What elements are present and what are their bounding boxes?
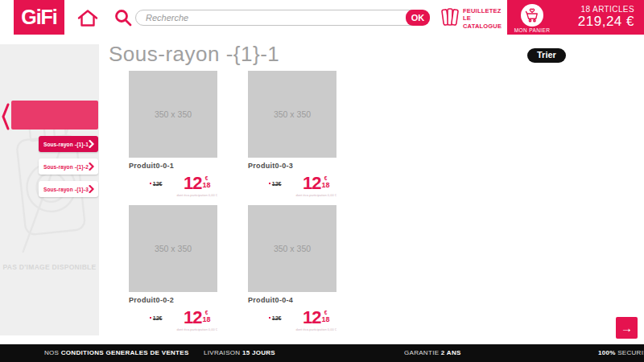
search-ok-button[interactable]: OK bbox=[406, 10, 430, 26]
price-caption: dont éco-participation 0,00 € bbox=[296, 327, 336, 331]
old-price: 12€ bbox=[150, 181, 163, 187]
product-card[interactable]: 350 x 350 Produit0-0-4 12€ 12 €18 dont é… bbox=[248, 205, 336, 331]
price-caption: dont éco-participation 0,00 € bbox=[177, 193, 217, 197]
sidebar-item-sous-rayon-3[interactable]: Sous-rayon -{1}-3 bbox=[39, 181, 98, 197]
product-card[interactable]: 350 x 350 Produit0-0-1 12€ 12 €18 dont é… bbox=[129, 71, 217, 197]
price: 12 €18 dont éco-participation 0,00 € bbox=[177, 176, 217, 197]
gifi-logo[interactable]: GiFi bbox=[14, 0, 64, 35]
no-image-label: PAS D'IMAGE DISPONIBLE bbox=[0, 263, 99, 271]
old-price: 12€ bbox=[150, 315, 163, 321]
header: GiFi OK FEUILLETEZ LE CATALOGUE bbox=[0, 0, 644, 36]
price-caption: dont éco-participation 0,00 € bbox=[296, 193, 336, 197]
price-row: 12€ 12 €18 dont éco-participation 0,00 € bbox=[248, 176, 336, 197]
price-caption: dont éco-participation 0,00 € bbox=[177, 327, 217, 331]
old-price: 12€ bbox=[269, 315, 282, 321]
size-label: 350 x 350 bbox=[274, 109, 311, 119]
search-icon[interactable] bbox=[114, 8, 133, 27]
product-name: Produit0-0-2 bbox=[129, 296, 217, 304]
price-row: 12€ 12 €18 dont éco-participation 0,00 € bbox=[129, 311, 217, 331]
size-label: 350 x 350 bbox=[274, 244, 311, 253]
product-card[interactable]: 350 x 350 Produit0-0-3 12€ 12 €18 dont é… bbox=[248, 71, 336, 197]
next-page-button[interactable]: → bbox=[616, 317, 638, 339]
footer-secure: 100% SECURISE bbox=[598, 344, 644, 362]
product-image-placeholder: 350 x 350 bbox=[248, 71, 336, 158]
cart-count: 18 ARTICLES bbox=[557, 5, 634, 14]
catalogue-link[interactable]: FEUILLETEZ LE CATALOGUE bbox=[440, 6, 502, 31]
old-price: 12€ bbox=[269, 181, 282, 187]
sort-button[interactable]: Trier bbox=[527, 48, 566, 63]
price: 12 €18 dont éco-participation 0,00 € bbox=[296, 311, 336, 331]
sidebar-item-label: Sous-rayon -{1}-2 bbox=[43, 164, 89, 170]
sidebar: Sous-rayon -{1}-1 Sous-rayon -{1}-2 Sous… bbox=[0, 44, 99, 335]
footer: NOS CONDITIONS GENERALES DE VENTES LIVRA… bbox=[0, 344, 644, 362]
footer-warranty: GARANTIE 2 ANS bbox=[404, 344, 461, 362]
product-name: Produit0-0-3 bbox=[248, 162, 336, 170]
product-name: Produit0-0-1 bbox=[129, 162, 217, 170]
category-banner[interactable] bbox=[11, 101, 98, 130]
cart-button[interactable]: MON PANIER 18 ARTICLES 219,24 € bbox=[507, 0, 644, 35]
size-label: 350 x 350 bbox=[155, 109, 192, 119]
price: 12 €18 dont éco-participation 0,00 € bbox=[177, 311, 217, 331]
footer-delivery: LIVRAISON 15 JOURS bbox=[204, 344, 275, 362]
sidebar-item-sous-rayon-1[interactable]: Sous-rayon -{1}-1 bbox=[39, 136, 98, 152]
sidebar-item-label: Sous-rayon -{1}-3 bbox=[43, 187, 89, 192]
chevron-right-icon bbox=[89, 185, 94, 193]
product-image-placeholder: 350 x 350 bbox=[129, 205, 217, 292]
size-label: 350 x 350 bbox=[155, 244, 192, 253]
page-title: Sous-rayon -{1}-1 bbox=[109, 42, 279, 67]
price: 12 €18 dont éco-participation 0,00 € bbox=[296, 176, 336, 197]
catalogue-label: FEUILLETEZ LE CATALOGUE bbox=[463, 7, 502, 30]
home-icon[interactable] bbox=[77, 9, 98, 27]
footer-link-cgv[interactable]: NOS CONDITIONS GENERALES DE VENTES bbox=[44, 344, 189, 362]
cart-label: MON PANIER bbox=[507, 27, 557, 33]
product-image-placeholder: 350 x 350 bbox=[248, 205, 336, 292]
back-chevron-icon[interactable] bbox=[1, 102, 10, 134]
chevron-right-icon bbox=[89, 140, 94, 148]
catalogue-icon bbox=[440, 6, 460, 31]
cart-total: 219,24 € bbox=[557, 14, 634, 30]
product-name: Produit0-0-4 bbox=[248, 296, 336, 304]
price-row: 12€ 12 €18 dont éco-participation 0,00 € bbox=[129, 176, 217, 197]
search-input[interactable] bbox=[135, 10, 429, 26]
price-row: 12€ 12 €18 dont éco-participation 0,00 € bbox=[248, 311, 336, 331]
product-card[interactable]: 350 x 350 Produit0-0-2 12€ 12 €18 dont é… bbox=[129, 205, 217, 331]
cart-icon bbox=[521, 4, 543, 27]
sidebar-item-label: Sous-rayon -{1}-1 bbox=[43, 142, 89, 147]
chevron-right-icon bbox=[89, 162, 94, 171]
product-image-placeholder: 350 x 350 bbox=[129, 71, 217, 158]
sidebar-item-sous-rayon-2[interactable]: Sous-rayon -{1}-2 bbox=[39, 158, 98, 175]
